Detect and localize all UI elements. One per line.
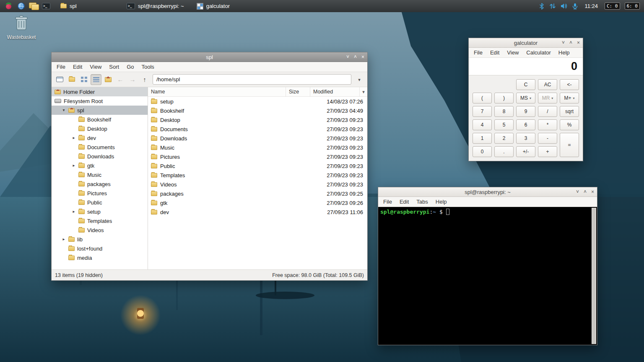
calc-key-paren-open[interactable]: ( <box>473 93 492 103</box>
close-button[interactable]: × <box>577 40 580 45</box>
shade-button[interactable]: ˅ <box>346 54 349 59</box>
file-row-downloads[interactable]: Downloads 27/09/23 09:23 <box>148 134 367 143</box>
calc-key-all-clear[interactable]: AC <box>538 79 557 90</box>
file-manager-launcher[interactable] <box>28 1 39 11</box>
scrollbar-thumb[interactable] <box>592 208 596 344</box>
shade-button[interactable]: ˅ <box>576 189 579 194</box>
term-menu-edit[interactable]: Edit <box>396 197 413 206</box>
new-folder-button[interactable] <box>66 74 77 85</box>
file-row-dev[interactable]: dev 27/09/23 11:06 <box>148 207 367 217</box>
icon-view-button[interactable] <box>78 74 89 85</box>
tree-item-public[interactable]: Public <box>52 198 148 207</box>
calc-key-3[interactable]: 3 <box>516 133 535 144</box>
calc-key-divide[interactable]: / <box>538 106 557 117</box>
taskbar-window-galculator[interactable]: galculator <box>192 1 254 11</box>
web-browser-launcher[interactable] <box>15 1 27 11</box>
tree-item-desktop[interactable]: Desktop <box>52 124 148 133</box>
file-row-music[interactable]: Music 27/09/23 09:23 <box>148 143 367 152</box>
calc-key-9[interactable]: 9 <box>516 106 535 117</box>
bluetooth-icon[interactable] <box>539 3 545 10</box>
tree-item-packages[interactable]: packages <box>52 179 148 189</box>
calc-key-2[interactable]: 2 <box>494 133 514 144</box>
term-menu-file[interactable]: File <box>379 197 396 206</box>
fm-menu-go[interactable]: Go <box>123 62 138 71</box>
tree-item-lib[interactable]: lib <box>52 235 148 244</box>
network-updown-icon[interactable] <box>549 3 556 9</box>
term-menu-help[interactable]: Help <box>432 197 451 206</box>
sidebar-item-filesystem-root[interactable]: Filesystem Root <box>52 96 148 106</box>
tree-item-gtk[interactable]: gtk <box>52 161 148 170</box>
terminal-scrollbar[interactable] <box>592 208 596 344</box>
fm-menu-edit[interactable]: Edit <box>69 62 86 71</box>
expander-closed-icon[interactable] <box>62 237 66 241</box>
taskbar-window-spl[interactable]: spl <box>56 1 118 11</box>
file-row-setup[interactable]: setup 14/08/23 07:26 <box>148 97 367 106</box>
path-dropdown-button[interactable] <box>354 74 365 85</box>
close-button[interactable]: × <box>361 54 364 59</box>
column-modified[interactable]: Modified <box>310 87 360 96</box>
column-name[interactable]: Name <box>148 87 286 96</box>
tree-item-pictures[interactable]: Pictures <box>52 189 148 198</box>
file-row-packages[interactable]: packages 27/09/23 09:25 <box>148 189 367 198</box>
calc-titlebar[interactable]: galculator ˅ ˄ × <box>469 38 583 48</box>
column-menu-button[interactable] <box>360 87 367 96</box>
calc-key-4[interactable]: 4 <box>473 119 492 130</box>
tree-item-bookshelf[interactable]: Bookshelf <box>52 115 148 124</box>
terminal-launcher[interactable] <box>40 1 52 11</box>
calc-key-sqrt[interactable]: sqrt <box>560 106 579 117</box>
fm-menu-tools[interactable]: Tools <box>138 62 158 71</box>
wastebasket-desktop-icon[interactable]: Wastebasket <box>5 15 38 40</box>
calc-menu-file[interactable]: File <box>470 48 486 57</box>
calc-key-sign[interactable]: +/- <box>516 146 535 157</box>
calc-key-minus[interactable]: - <box>538 133 557 144</box>
file-row-templates[interactable]: Templates 27/09/23 09:23 <box>148 171 367 180</box>
file-row-gtk[interactable]: gtk 27/09/23 09:26 <box>148 198 367 207</box>
tree-item-spl[interactable]: spl <box>52 106 148 115</box>
terminal-titlebar[interactable]: spl@raspberrypi: ~ ˅ ˄ × <box>378 187 597 197</box>
volume-icon[interactable] <box>561 3 568 9</box>
calc-key-backspace[interactable]: <- <box>560 79 579 90</box>
up-button[interactable] <box>139 74 150 85</box>
calc-menu-calculator[interactable]: Calculator <box>522 48 555 57</box>
calc-key-7[interactable]: 7 <box>473 106 492 117</box>
maximize-button[interactable]: ˄ <box>354 54 357 59</box>
file-row-documents[interactable]: Documents 27/09/23 09:23 <box>148 124 367 134</box>
tree-item-downloads[interactable]: Downloads <box>52 152 148 161</box>
term-menu-tabs[interactable]: Tabs <box>413 197 431 206</box>
tree-item-templates[interactable]: Templates <box>52 216 148 225</box>
calc-key-clear[interactable]: C <box>516 79 535 90</box>
calc-menu-edit[interactable]: Edit <box>486 48 503 57</box>
tree-item-setup[interactable]: setup <box>52 207 148 216</box>
maximize-button[interactable]: ˄ <box>584 189 587 194</box>
calc-key-plus[interactable]: + <box>538 146 557 157</box>
new-tab-button[interactable] <box>54 74 65 85</box>
file-row-public[interactable]: Public 27/09/23 09:23 <box>148 161 367 171</box>
sidebar-item-home-folder[interactable]: Home Folder <box>52 87 148 96</box>
calc-key-percent[interactable]: % <box>560 119 579 130</box>
taskbar-window-terminal[interactable]: spl@raspberrypi: ~ <box>122 1 188 11</box>
path-input[interactable]: /home/spl <box>153 74 351 85</box>
calc-key-memory-recall[interactable]: MR <box>538 93 557 103</box>
tree-item-music[interactable]: Music <box>52 170 148 179</box>
column-size[interactable]: Size <box>286 87 310 96</box>
calc-menu-help[interactable]: Help <box>555 48 574 57</box>
calc-key-equals[interactable]: = <box>560 133 579 157</box>
calc-key-paren-close[interactable]: ) <box>494 93 514 103</box>
fm-titlebar[interactable]: spl ˅ ˄ × <box>52 52 367 62</box>
calc-key-memory-store[interactable]: MS <box>516 93 535 103</box>
tree-item-lost-found[interactable]: lost+found <box>52 244 148 253</box>
expander-closed-icon[interactable] <box>72 163 76 168</box>
expander-closed-icon[interactable] <box>72 136 76 140</box>
calc-key-memory-plus[interactable]: M+ <box>560 93 579 103</box>
file-row-desktop[interactable]: Desktop 27/09/23 09:23 <box>148 115 367 124</box>
calc-key-8[interactable]: 8 <box>494 106 514 117</box>
calc-key-1[interactable]: 1 <box>473 133 492 144</box>
expander-open-icon[interactable] <box>62 108 66 112</box>
file-row-videos[interactable]: Videos 27/09/23 09:23 <box>148 180 367 189</box>
maximize-button[interactable]: ˄ <box>569 40 572 45</box>
expander-closed-icon[interactable] <box>72 209 76 214</box>
clock[interactable]: 11:24 <box>584 3 598 9</box>
forward-button[interactable] <box>127 74 138 85</box>
calc-key-0[interactable]: 0 <box>473 146 492 157</box>
calc-key-5[interactable]: 5 <box>494 119 514 130</box>
